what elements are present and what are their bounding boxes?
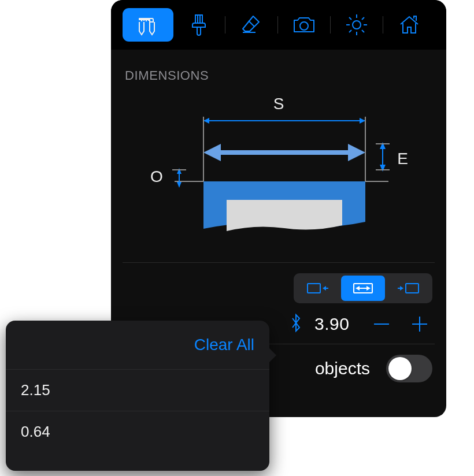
svg-marker-19 [177,182,182,188]
clear-all-button[interactable]: Clear All [6,321,269,369]
camera-icon [292,14,316,35]
separator [383,16,383,34]
separator [225,16,225,34]
svg-marker-18 [177,168,182,174]
stepper-decrement[interactable] [369,311,394,337]
align-both[interactable] [341,276,385,301]
eraser-icon [239,13,264,37]
switch-knob [388,357,412,380]
camera-tool[interactable] [279,8,329,42]
toolbar [111,0,446,50]
svg-marker-9 [348,144,365,161]
svg-point-1 [353,21,361,29]
align-left-icon [306,281,329,295]
measure-tool[interactable] [123,8,173,42]
caliper-icon [136,13,160,37]
recent-value-item[interactable]: 2.15 [6,369,269,411]
dimension-diagram: S O E [117,89,440,262]
svg-marker-4 [360,118,365,124]
align-both-icon [348,281,378,295]
bluetooth-icon [290,313,302,335]
svg-rect-28 [406,284,419,293]
eraser-tool[interactable] [226,8,277,42]
alignment-row [111,263,446,307]
objects-toggle-label: objects [315,359,370,378]
svg-rect-21 [308,284,320,293]
svg-marker-26 [356,286,360,291]
separator [277,16,278,34]
align-left[interactable] [296,276,340,301]
brush-tool[interactable] [173,8,224,42]
stepper-increment[interactable] [407,311,432,337]
svg-marker-30 [400,286,403,291]
separator [330,16,331,34]
recent-value-item[interactable]: 0.64 [6,411,269,452]
svg-marker-14 [380,165,386,172]
svg-marker-23 [323,286,326,291]
align-right[interactable] [386,276,430,301]
home-icon [397,13,421,37]
svg-marker-3 [203,118,209,124]
sun-icon [345,13,369,37]
stepper-value: 3.90 [314,314,356,334]
brush-icon [188,13,210,37]
diagram-svg [117,89,440,262]
svg-marker-8 [203,144,221,161]
objects-toggle[interactable] [386,355,432,382]
minus-icon [372,314,391,334]
recent-values-popover: Clear All 2.15 0.64 [6,321,269,471]
align-right-icon [397,281,420,295]
svg-marker-27 [366,286,371,291]
alignment-segmented [294,273,432,303]
plus-icon [410,314,429,334]
section-title: DIMENSIONS [111,50,446,89]
home-tool[interactable] [384,8,435,42]
brightness-tool[interactable] [331,8,382,42]
svg-point-0 [300,22,308,30]
svg-marker-13 [380,142,386,149]
